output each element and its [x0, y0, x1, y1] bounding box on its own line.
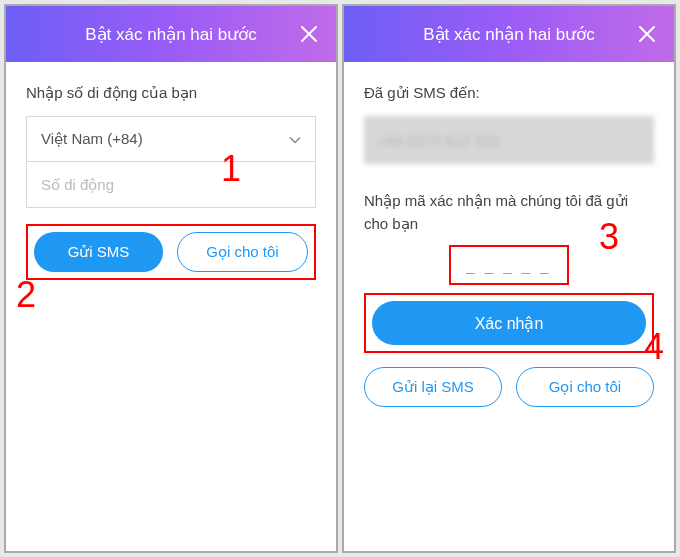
- close-icon[interactable]: [638, 25, 656, 43]
- confirm-button[interactable]: Xác nhận: [372, 301, 646, 345]
- content-area: Đã gửi SMS đến: +84 0275 613 305 Nhập mã…: [344, 62, 674, 429]
- instruction-label: Nhập mã xác nhận mà chúng tôi đã gửi cho…: [364, 190, 654, 235]
- phone-display: +84 0275 613 305: [364, 116, 654, 164]
- prompt-label: Nhập số di động của bạn: [26, 84, 316, 102]
- screen-step-verify: Bật xác nhận hai bước Đã gửi SMS đến: +8…: [342, 4, 676, 553]
- confirm-wrap: Xác nhận: [364, 293, 654, 353]
- close-icon[interactable]: [300, 25, 318, 43]
- button-row: Gửi SMS Gọi cho tôi: [26, 224, 316, 280]
- header-title: Bật xác nhận hai bước: [423, 24, 594, 45]
- code-input[interactable]: _ _ _ _ _: [449, 245, 569, 285]
- phone-input[interactable]: [41, 176, 301, 193]
- resend-sms-button[interactable]: Gửi lại SMS: [364, 367, 502, 407]
- call-me-button[interactable]: Gọi cho tôi: [177, 232, 308, 272]
- call-me-button[interactable]: Gọi cho tôi: [516, 367, 654, 407]
- content-area: Nhập số di động của bạn Việt Nam (+84) G…: [6, 62, 336, 302]
- sent-label: Đã gửi SMS đến:: [364, 84, 654, 102]
- header-bar: Bật xác nhận hai bước: [6, 6, 336, 62]
- header-bar: Bật xác nhận hai bước: [344, 6, 674, 62]
- header-title: Bật xác nhận hai bước: [85, 24, 256, 45]
- country-value: Việt Nam (+84): [41, 130, 143, 148]
- phone-input-row[interactable]: [26, 162, 316, 208]
- screen-step-phone: Bật xác nhận hai bước Nhập số di động củ…: [4, 4, 338, 553]
- chevron-down-icon: [289, 131, 301, 148]
- secondary-button-row: Gửi lại SMS Gọi cho tôi: [364, 367, 654, 407]
- send-sms-button[interactable]: Gửi SMS: [34, 232, 163, 272]
- country-selector[interactable]: Việt Nam (+84): [26, 116, 316, 162]
